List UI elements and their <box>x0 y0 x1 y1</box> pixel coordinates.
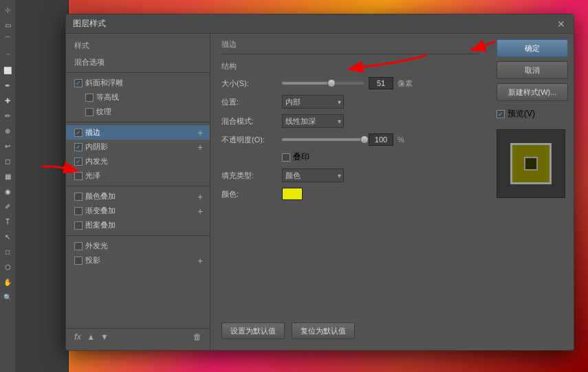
tool-eraser[interactable]: ◻ <box>1 154 14 168</box>
color-label: 颜色: <box>221 189 276 199</box>
color-swatch[interactable] <box>282 188 303 200</box>
tool-crop[interactable]: ⬜ <box>1 63 14 77</box>
tool-3d[interactable]: ⬡ <box>1 260 14 274</box>
blend-mode-row: 混合模式: 线性加深 正常 正片叠底 <box>221 114 480 128</box>
satin-label: 光泽 <box>85 171 100 181</box>
drop-shadow-checkbox[interactable] <box>74 256 83 265</box>
contour-checkbox[interactable] <box>85 94 94 102</box>
tool-history[interactable]: ↩ <box>1 139 14 153</box>
pattern-overlay-item[interactable]: 图案叠加 <box>66 218 210 232</box>
texture-label: 纹理 <box>96 107 111 117</box>
tool-zoom[interactable]: 🔍 <box>1 290 14 304</box>
ok-button[interactable]: 确定 <box>497 39 568 57</box>
gradient-overlay-plus-button[interactable]: + <box>195 206 206 217</box>
size-slider-thumb[interactable] <box>327 79 336 87</box>
tool-select[interactable]: ▭ <box>1 18 14 32</box>
size-slider-track[interactable] <box>282 82 364 85</box>
opacity-input[interactable] <box>369 133 393 146</box>
size-input[interactable] <box>369 77 393 89</box>
opacity-slider-container: % <box>282 133 480 146</box>
overprint-checkbox[interactable] <box>282 153 290 162</box>
color-row: 颜色: <box>221 188 480 200</box>
styles-panel: 样式 混合选项 ✓ 斜面和浮雕 等高线 纹理 <box>66 34 210 350</box>
gradient-overlay-checkbox[interactable] <box>74 207 83 215</box>
opacity-unit: % <box>398 135 404 144</box>
drop-shadow-plus-button[interactable]: + <box>195 255 206 266</box>
dialog-body: 样式 混合选项 ✓ 斜面和浮雕 等高线 纹理 <box>66 34 574 350</box>
cancel-button[interactable]: 取消 <box>497 61 568 79</box>
color-overlay-item[interactable]: 颜色叠加 + <box>66 189 210 204</box>
inner-glow-checkbox[interactable]: ✓ <box>74 157 83 166</box>
settings-footer: 设置为默认值 复位为默认值 <box>221 322 355 339</box>
blend-mode-label: 混合模式: <box>221 116 276 127</box>
blend-options-item[interactable]: 混合选项 <box>66 55 210 69</box>
size-unit: 像素 <box>398 78 413 89</box>
stroke-item[interactable]: ✓ 描边 + <box>66 125 210 140</box>
move-down-icon[interactable]: ▼ <box>100 332 109 342</box>
tool-text[interactable]: T <box>1 215 14 228</box>
opacity-slider-track[interactable] <box>282 138 364 141</box>
styles-footer: fx ▲ ▼ 🗑 <box>66 328 210 344</box>
tool-clone[interactable]: ⊕ <box>1 124 14 138</box>
preview-checkbox[interactable]: ✓ <box>497 110 505 118</box>
divider4 <box>66 235 210 236</box>
opacity-slider-thumb[interactable] <box>360 135 369 144</box>
satin-checkbox[interactable] <box>74 172 83 180</box>
inner-shadow-checkbox[interactable]: ✓ <box>74 143 83 151</box>
contour-label: 等高线 <box>96 92 119 102</box>
contour-item[interactable]: 等高线 <box>66 90 210 105</box>
satin-item[interactable]: 光泽 <box>66 168 210 183</box>
inner-glow-item[interactable]: ✓ 内发光 <box>66 154 210 168</box>
tool-gradient[interactable]: ▦ <box>1 169 14 183</box>
tool-shape[interactable]: □ <box>1 245 14 259</box>
texture-item[interactable]: 纹理 <box>66 105 210 119</box>
tool-brush[interactable]: ✏ <box>1 109 14 122</box>
preview-row: ✓ 预览(V) <box>497 108 568 120</box>
gradient-overlay-item[interactable]: 渐变叠加 + <box>66 204 210 218</box>
close-button[interactable]: ✕ <box>556 19 567 30</box>
reset-button[interactable]: 设置为默认值 <box>221 322 285 339</box>
tool-dodge[interactable]: ◉ <box>1 184 14 198</box>
stroke-plus-button[interactable]: + <box>195 127 206 138</box>
color-overlay-plus-button[interactable]: + <box>195 191 206 202</box>
inner-shadow-plus-button[interactable]: + <box>195 142 206 153</box>
pattern-overlay-checkbox[interactable] <box>74 221 83 230</box>
outer-glow-item[interactable]: 外发光 <box>66 239 210 253</box>
texture-checkbox[interactable] <box>85 108 94 116</box>
tool-lasso[interactable]: ⌒ <box>1 33 14 47</box>
tool-eyedropper[interactable]: ✒ <box>1 78 14 92</box>
position-select[interactable]: 内部 外部 居中 <box>282 95 344 109</box>
tool-hand[interactable]: ✋ <box>1 275 14 289</box>
restore-button[interactable]: 复位为默认值 <box>292 322 355 339</box>
new-style-button[interactable]: 新建样式(W)... <box>497 83 568 101</box>
drop-shadow-item[interactable]: 投影 + <box>66 253 210 267</box>
inner-shadow-item[interactable]: ✓ 内阴影 + <box>66 140 210 154</box>
blend-mode-select[interactable]: 线性加深 正常 正片叠底 <box>282 114 344 128</box>
buttons-panel: 确定 取消 新建样式(W)... ✓ 预览(V) <box>491 34 574 350</box>
tool-path-select[interactable]: ↖ <box>1 230 14 243</box>
delete-icon[interactable]: 🗑 <box>193 332 202 342</box>
outer-glow-label: 外发光 <box>85 241 108 251</box>
move-up-icon[interactable]: ▲ <box>87 332 95 342</box>
bevel-item[interactable]: ✓ 斜面和浮雕 <box>66 76 210 90</box>
preview-label: 预览(V) <box>508 108 535 120</box>
position-label: 位置: <box>221 97 276 107</box>
tool-pen[interactable]: ✐ <box>1 199 14 213</box>
tool-wand[interactable]: ⁻ <box>1 48 14 62</box>
inner-shadow-label: 内阴影 <box>85 142 108 152</box>
outer-glow-checkbox[interactable] <box>74 242 83 250</box>
fill-type-label: 填充类型: <box>221 171 276 181</box>
preview-inner <box>510 143 552 184</box>
divider2 <box>66 122 210 122</box>
fx-icon[interactable]: fx <box>74 331 81 342</box>
overprint-row: 叠印 <box>221 151 480 163</box>
size-slider-fill <box>282 82 331 85</box>
color-overlay-checkbox[interactable] <box>74 193 83 201</box>
bevel-label: 斜面和浮雕 <box>85 78 123 88</box>
fill-type-select[interactable]: 颜色 渐变 图案 <box>282 168 344 182</box>
size-row: 大小(S): 像素 <box>221 77 480 89</box>
bevel-checkbox[interactable]: ✓ <box>74 79 83 87</box>
tool-move[interactable]: ⊹ <box>1 3 14 17</box>
stroke-checkbox[interactable]: ✓ <box>74 129 83 137</box>
tool-heal[interactable]: ✚ <box>1 94 14 107</box>
